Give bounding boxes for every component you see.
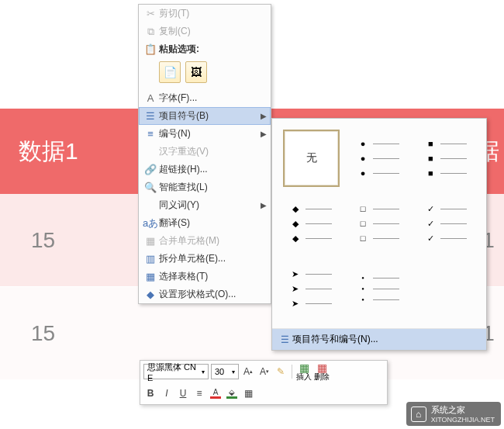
delete-table-icon: ▦	[317, 362, 327, 373]
submenu-arrow-icon: ▶	[261, 112, 267, 120]
align-button[interactable]: ≡	[192, 386, 206, 401]
menu-hyperlink[interactable]: 🔗 超链接(H)...	[139, 161, 271, 178]
search-icon: 🔍	[142, 182, 159, 193]
hyperlink-icon: 🔗	[142, 164, 159, 175]
format-shape-icon: ◆	[142, 289, 159, 300]
underline-button[interactable]: U	[176, 386, 190, 401]
submenu-arrow-icon: ▶	[261, 201, 267, 209]
table-header-cell-1: 数据1	[0, 136, 140, 168]
bullet-submenu-panel: 无 ● ● ● ■ ■ ■ ◆ ◆ ◆ □ □ □ ✓ ✓ ✓ ➤ ➤	[271, 118, 487, 351]
clipboard-icon: 📋	[142, 43, 159, 55]
menu-numbering[interactable]: ≡ 编号(N) ▶	[139, 125, 271, 143]
bullet-option-check[interactable]: ✓ ✓ ✓	[419, 195, 475, 252]
italic-button[interactable]: I	[160, 386, 174, 401]
copy-icon: ⧉	[142, 26, 159, 38]
submenu-arrow-icon: ▶	[261, 130, 267, 138]
delete-button[interactable]: ▦ 删除	[314, 362, 330, 381]
bullet-option-small-dot[interactable]: ● ● ●	[350, 260, 407, 317]
menu-bullets[interactable]: ☰ 项目符号(B) ▶	[139, 107, 271, 125]
bullet-and-numbering-button[interactable]: ☰ 项目符号和编号(N)...	[272, 328, 486, 350]
mini-toolbar: 思源黑体 CN E▾ 30▾ A▴ A▾ ✎ ▦ 插入 ▦ 删除 B I U ≡…	[140, 360, 388, 405]
context-menu: ✂ 剪切(T) ⧉ 复制(C) 📋 粘贴选项: 📄 🖼 A 字体(F)... ☰…	[138, 4, 271, 304]
format-painter-button[interactable]: ✎	[274, 364, 288, 379]
merge-icon: ▦	[142, 235, 159, 247]
menu-select-table[interactable]: ▦ 选择表格(T)	[139, 268, 271, 285]
menu-copy[interactable]: ⧉ 复制(C)	[139, 22, 271, 40]
menu-cut[interactable]: ✂ 剪切(T)	[139, 5, 271, 22]
bullet-option-disc[interactable]: ● ● ●	[350, 130, 407, 187]
menu-paste-options-label: 📋 粘贴选项:	[139, 40, 271, 58]
translate-icon: aあ	[142, 216, 159, 230]
menu-format-shape[interactable]: ◆ 设置形状格式(O)...	[139, 285, 271, 303]
bold-button[interactable]: B	[143, 386, 157, 401]
insert-table-icon: ▦	[299, 362, 309, 373]
watermark: ⌂ 系统之家 XITONGZHIJIA.NET	[406, 402, 501, 426]
menu-merge-cells: ▦ 合并单元格(M)	[139, 232, 271, 250]
font-icon: A	[142, 92, 159, 104]
bullet-option-arrow[interactable]: ➤ ➤ ➤	[283, 260, 340, 317]
fill-color-button[interactable]: ⬙	[225, 386, 239, 401]
menu-synonyms[interactable]: 同义词(Y) ▶	[139, 196, 271, 214]
bullets-icon: ☰	[142, 110, 159, 122]
paste-option-picture[interactable]: 🖼	[185, 61, 207, 83]
numbering-icon: ≡	[142, 128, 159, 140]
border-button[interactable]: ▦	[241, 386, 255, 401]
bullets-icon: ☰	[277, 334, 292, 345]
scissors-icon: ✂	[142, 8, 159, 19]
menu-hanzi: 汉字重选(V)	[139, 143, 271, 161]
bucket-icon: ⬙	[229, 389, 235, 396]
bullet-option-hollow-square[interactable]: □ □ □	[350, 195, 407, 252]
menu-split-cells[interactable]: ▥ 拆分单元格(E)...	[139, 250, 271, 268]
bullet-option-diamond[interactable]: ◆ ◆ ◆	[283, 195, 340, 252]
increase-font-button[interactable]: A▴	[241, 364, 255, 379]
bullet-grid: 无 ● ● ● ■ ■ ■ ◆ ◆ ◆ □ □ □ ✓ ✓ ✓ ➤ ➤	[272, 119, 486, 328]
paste-options-row: 📄 🖼	[139, 58, 271, 86]
decrease-font-button[interactable]: A▾	[257, 364, 271, 379]
table-cell: 15	[0, 321, 93, 346]
font-size-combo[interactable]: 30▾	[211, 364, 239, 379]
watermark-logo-icon: ⌂	[411, 407, 426, 422]
menu-smart-lookup[interactable]: 🔍 智能查找(L)	[139, 178, 271, 196]
insert-button[interactable]: ▦ 插入	[296, 362, 312, 381]
split-icon: ▥	[142, 253, 159, 265]
bullet-option-square[interactable]: ■ ■ ■	[419, 130, 475, 187]
menu-translate[interactable]: aあ 翻译(S)	[139, 214, 271, 232]
menu-font[interactable]: A 字体(F)...	[139, 89, 271, 107]
table-icon: ▦	[142, 271, 159, 282]
paste-option-keep-formatting[interactable]: 📄	[159, 61, 181, 83]
table-cell: 15	[0, 228, 93, 253]
font-color-button[interactable]: A	[209, 386, 223, 401]
font-name-combo[interactable]: 思源黑体 CN E▾	[143, 364, 209, 379]
bullet-option-none[interactable]: 无	[283, 130, 340, 187]
